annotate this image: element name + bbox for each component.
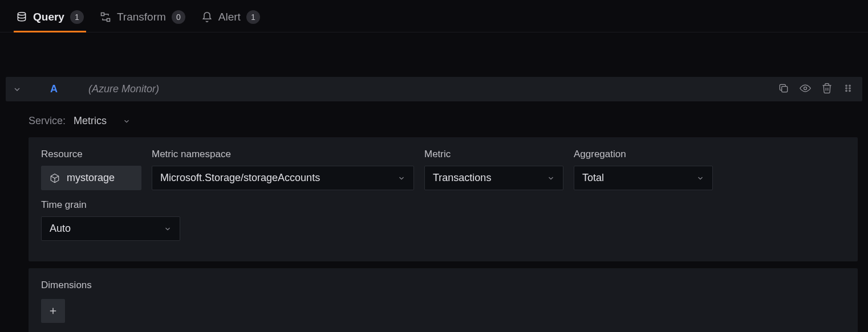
query-ref-id: A [50, 83, 58, 95]
bell-icon [201, 11, 213, 23]
query-actions [778, 83, 855, 96]
copy-icon[interactable] [778, 83, 789, 96]
resource-value: mystorage [67, 172, 115, 184]
service-selector[interactable]: Service: Metrics [6, 115, 862, 137]
transform-icon [100, 11, 111, 23]
chevron-down-icon [696, 174, 704, 182]
drag-handle-icon[interactable] [843, 83, 853, 95]
timegrain-value: Auto [50, 223, 71, 235]
resource-label: Resource [41, 149, 141, 160]
plus-icon [48, 306, 58, 316]
svg-point-8 [849, 88, 850, 89]
svg-rect-2 [107, 19, 109, 22]
tab-alert[interactable]: Alert 1 [201, 10, 260, 32]
tab-label: Alert [218, 11, 241, 23]
aggregation-select[interactable]: Total [574, 166, 713, 190]
metrics-panel: Resource mystorage Metric namespace Micr… [29, 137, 858, 261]
service-value: Metrics [74, 115, 107, 127]
tab-badge: 1 [246, 10, 260, 24]
tab-transform[interactable]: Transform 0 [100, 10, 185, 32]
service-label: Service: [29, 115, 66, 127]
chevron-down-icon[interactable] [13, 85, 22, 94]
add-dimension-button[interactable] [41, 299, 65, 323]
toolbar-spacer [6, 42, 862, 48]
tab-badge: 0 [172, 10, 185, 24]
cube-icon [50, 173, 60, 183]
svg-point-0 [18, 13, 25, 15]
tab-label: Transform [117, 11, 166, 23]
query-header[interactable]: A (Azure Monitor) [6, 77, 862, 101]
eye-icon[interactable] [800, 83, 811, 96]
timegrain-select[interactable]: Auto [41, 216, 180, 241]
chevron-down-icon [164, 225, 172, 233]
svg-point-6 [849, 85, 850, 86]
tab-label: Query [33, 11, 64, 23]
svg-point-10 [849, 90, 850, 91]
namespace-select[interactable]: Microsoft.Storage/storageAccounts [152, 166, 414, 190]
database-icon [16, 11, 27, 23]
metric-select[interactable]: Transactions [424, 166, 563, 190]
editor-tabs: Query 1 Transform 0 Alert 1 [0, 0, 868, 32]
metric-value: Transactions [433, 172, 491, 184]
dimensions-panel: Dimensions [29, 268, 858, 332]
namespace-label: Metric namespace [152, 149, 414, 160]
query-datasource: (Azure Monitor) [88, 83, 770, 95]
svg-point-9 [846, 90, 847, 91]
aggregation-value: Total [582, 172, 604, 184]
svg-point-5 [846, 85, 847, 86]
tab-badge: 1 [70, 10, 84, 24]
chevron-down-icon [123, 117, 131, 125]
svg-point-4 [804, 87, 807, 90]
timegrain-label: Time grain [41, 199, 180, 211]
chevron-down-icon [547, 174, 555, 182]
namespace-value: Microsoft.Storage/storageAccounts [160, 172, 320, 184]
svg-point-7 [846, 88, 847, 89]
svg-rect-3 [782, 87, 788, 92]
tab-query[interactable]: Query 1 [16, 10, 84, 32]
resource-button[interactable]: mystorage [41, 166, 141, 190]
dimensions-label: Dimensions [41, 280, 845, 291]
chevron-down-icon [398, 174, 405, 182]
svg-rect-1 [101, 13, 104, 16]
aggregation-label: Aggregation [574, 149, 713, 160]
trash-icon[interactable] [821, 83, 833, 96]
metric-label: Metric [424, 149, 563, 160]
